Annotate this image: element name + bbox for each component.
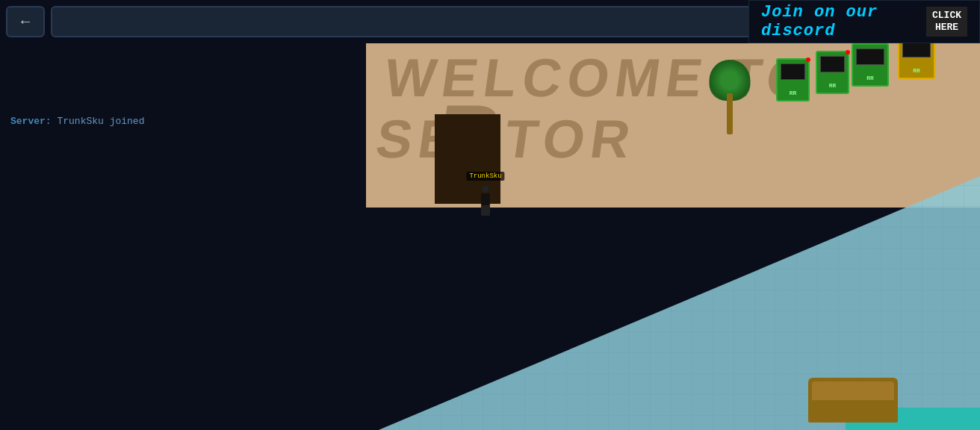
game-world: WELCOME TO SECTOR B TrunkSku	[0, 0, 980, 430]
sofa	[808, 378, 898, 423]
character-head	[482, 185, 489, 193]
player-character: TrunkSku	[480, 185, 491, 215]
slot-machine-2[interactable]	[816, 51, 849, 94]
server-prefix: Server:	[10, 116, 52, 127]
character-legs	[481, 205, 490, 216]
character-nametag: TrunkSku	[466, 172, 504, 181]
slot-machine-1[interactable]	[776, 58, 810, 102]
server-join-text: TrunkSku joined	[57, 116, 144, 127]
palm-trunk	[727, 93, 733, 134]
slot-dot-2	[846, 50, 850, 54]
slot-machine-3[interactable]	[852, 43, 889, 87]
click-here-button[interactable]: CLICK HERE	[926, 7, 967, 36]
discord-banner[interactable]: Join on our discord CLICK HERE	[748, 0, 980, 43]
slot-dot-1	[806, 57, 810, 62]
character-torso	[481, 193, 490, 205]
discord-join-text: Join on our discord	[761, 3, 926, 40]
back-arrow-icon: ←	[21, 13, 30, 31]
palm-tree	[711, 60, 748, 134]
server-message: Server: TrunkSku joined	[10, 116, 144, 127]
character-body	[480, 185, 491, 215]
back-button[interactable]: ←	[6, 6, 45, 37]
